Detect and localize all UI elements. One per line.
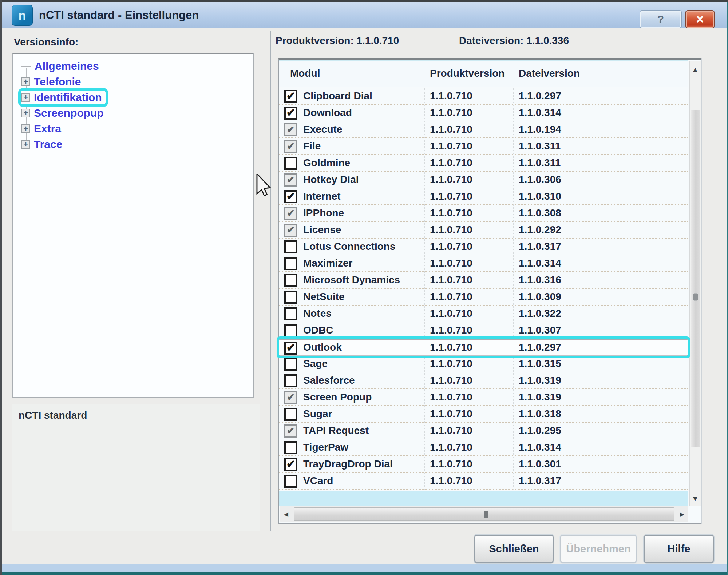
module-checkbox[interactable] [284, 374, 297, 387]
module-checkbox[interactable] [284, 475, 297, 488]
module-dateiversion: 1.1.0.314 [519, 257, 561, 269]
tree-item-screenpopup[interactable]: + Screenpopup [13, 105, 253, 121]
horizontal-scrollbar-thumb[interactable] [294, 507, 674, 521]
column-header-modul[interactable]: Modul [290, 68, 320, 79]
table-row[interactable]: ✔ License 1.1.0.710 1.1.0.292 [279, 222, 688, 239]
expand-plus-icon[interactable]: + [21, 93, 30, 102]
module-checkbox[interactable]: ✔ [284, 190, 297, 203]
module-produktversion: 1.1.0.710 [430, 274, 472, 286]
table-row[interactable]: ✔ TrayDragDrop Dial 1.1.0.710 1.1.0.301 [279, 456, 688, 473]
module-checkbox[interactable]: ✔ [284, 224, 297, 237]
scrollbar-up-icon[interactable]: ▲ [690, 64, 701, 75]
module-checkbox[interactable] [284, 408, 297, 421]
expand-plus-icon[interactable]: + [21, 109, 30, 117]
table-row[interactable]: Salesforce 1.1.0.710 1.1.0.319 [279, 372, 688, 389]
table-row[interactable]: ✔ Screen Popup 1.1.0.710 1.1.0.319 [279, 389, 688, 406]
table-row[interactable]: Sugar 1.1.0.710 1.1.0.318 [279, 406, 688, 423]
module-dateiversion: 1.1.0.317 [519, 241, 561, 252]
module-checkbox[interactable] [284, 240, 297, 253]
vertical-scrollbar-thumb[interactable] [691, 110, 700, 447]
table-row[interactable]: ✔ Outlook 1.1.0.710 1.1.0.297 [279, 339, 688, 356]
column-separator [513, 88, 514, 490]
column-header-produktversion[interactable]: Produktversion [430, 68, 505, 79]
module-name: Download [303, 107, 352, 119]
module-name: Screen Popup [303, 391, 372, 403]
scrollbar-down-icon[interactable]: ▼ [690, 493, 701, 504]
module-checkbox[interactable] [284, 358, 297, 371]
expand-plus-icon[interactable]: + [21, 124, 30, 133]
table-row[interactable]: ODBC 1.1.0.710 1.1.0.307 [279, 322, 688, 339]
module-checkbox[interactable] [284, 274, 297, 287]
tree-item-trace[interactable]: + Trace [13, 136, 253, 152]
table-row[interactable]: Sage 1.1.0.710 1.1.0.315 [279, 356, 688, 372]
module-name: Outlook [303, 342, 342, 353]
column-header-dateiversion[interactable]: Dateiversion [519, 68, 580, 79]
settings-dialog: n nCTI standard - Einstellungen ? × Vers… [0, 0, 728, 575]
module-checkbox[interactable]: ✔ [284, 391, 297, 404]
table-row[interactable]: Maximizer 1.1.0.710 1.1.0.314 [279, 255, 688, 272]
window-border [0, 564, 728, 572]
table-row[interactable]: ✔ IPPhone 1.1.0.710 1.1.0.308 [279, 205, 688, 222]
horizontal-scrollbar[interactable]: ◄ ► [280, 506, 688, 522]
tree-item-extra[interactable]: + Extra [13, 121, 253, 136]
module-checkbox[interactable] [284, 324, 297, 337]
module-checkbox[interactable]: ✔ [284, 458, 297, 471]
schliessen-button[interactable]: Schließen [474, 535, 554, 563]
expand-plus-icon[interactable]: + [21, 140, 30, 149]
check-icon: ✔ [287, 125, 295, 134]
module-checkbox[interactable] [284, 157, 297, 170]
module-checkbox[interactable]: ✔ [284, 123, 297, 136]
module-checkbox[interactable]: ✔ [284, 207, 297, 220]
module-dateiversion: 1.1.0.315 [519, 358, 561, 370]
profile-panel: nCTI standard [12, 404, 260, 531]
module-name: Salesforce [303, 375, 355, 386]
table-row[interactable]: NetSuite 1.1.0.710 1.1.0.309 [279, 289, 688, 306]
table-row[interactable]: ✔ Execute 1.1.0.710 1.1.0.194 [279, 121, 688, 138]
check-icon: ✔ [287, 141, 295, 151]
check-icon: ✔ [286, 191, 295, 202]
module-dateiversion: 1.1.0.194 [519, 124, 561, 135]
table-row[interactable]: Lotus Connections 1.1.0.710 1.1.0.317 [279, 239, 688, 255]
module-checkbox[interactable] [284, 441, 297, 454]
uebernehmen-button[interactable]: Übernehmen [560, 535, 637, 563]
tree-item-telefonie[interactable]: + Telefonie [13, 74, 253, 89]
scrollbar-right-icon[interactable]: ► [677, 509, 688, 520]
table-row[interactable]: VCard 1.1.0.710 1.1.0.317 [279, 473, 688, 490]
module-checkbox[interactable]: ✔ [284, 342, 297, 355]
footer: Schließen Übernehmen Hilfe [2, 531, 727, 566]
module-checkbox[interactable] [284, 307, 297, 320]
table-row[interactable]: ✔ Internet 1.1.0.710 1.1.0.310 [279, 188, 688, 205]
check-icon: ✔ [286, 107, 295, 118]
button-label: Hilfe [668, 543, 691, 555]
module-produktversion: 1.1.0.710 [430, 391, 472, 403]
expand-plus-icon[interactable]: + [21, 77, 30, 86]
module-produktversion: 1.1.0.710 [430, 191, 472, 202]
module-checkbox[interactable] [284, 257, 297, 270]
module-checkbox[interactable]: ✔ [284, 107, 297, 120]
module-checkbox[interactable]: ✔ [284, 90, 297, 103]
table-row[interactable]: Goldmine 1.1.0.710 1.1.0.311 [279, 155, 688, 172]
version-tree-panel: Allgemeines + Telefonie + Identifikation… [12, 53, 254, 398]
hilfe-button[interactable]: Hilfe [644, 535, 714, 563]
table-row[interactable]: ✔ TAPI Request 1.1.0.710 1.1.0.295 [279, 423, 688, 439]
table-row[interactable]: ✔ Download 1.1.0.710 1.1.0.314 [279, 105, 688, 121]
table-row[interactable]: Notes 1.1.0.710 1.1.0.322 [279, 306, 688, 322]
tree-item-allgemeines[interactable]: Allgemeines [13, 58, 253, 74]
table-row[interactable]: ✔ File 1.1.0.710 1.1.0.311 [279, 138, 688, 155]
tree-item-identifikation[interactable]: + Identifikation [13, 89, 253, 105]
table-row[interactable]: Microsoft Dynamics 1.1.0.710 1.1.0.316 [279, 272, 688, 289]
titlebar[interactable]: n nCTI standard - Einstellungen ? × [2, 2, 727, 28]
module-checkbox[interactable]: ✔ [284, 173, 297, 187]
module-dateiversion: 1.1.0.292 [519, 224, 561, 236]
table-row[interactable]: TigerPaw 1.1.0.710 1.1.0.314 [279, 439, 688, 456]
close-button[interactable]: × [685, 10, 715, 28]
table-row[interactable]: ✔ Clipboard Dial 1.1.0.710 1.1.0.297 [279, 88, 688, 105]
module-checkbox[interactable] [284, 291, 297, 304]
module-checkbox[interactable]: ✔ [284, 140, 297, 153]
window-title: nCTI standard - Einstellungen [39, 9, 199, 22]
help-button[interactable]: ? [640, 10, 682, 28]
table-row[interactable]: ✔ Hotkey Dial 1.1.0.710 1.1.0.306 [279, 172, 688, 188]
module-checkbox[interactable]: ✔ [284, 424, 297, 438]
scrollbar-left-icon[interactable]: ◄ [281, 509, 292, 520]
vertical-scrollbar[interactable]: ▲ ▼ [689, 61, 701, 506]
